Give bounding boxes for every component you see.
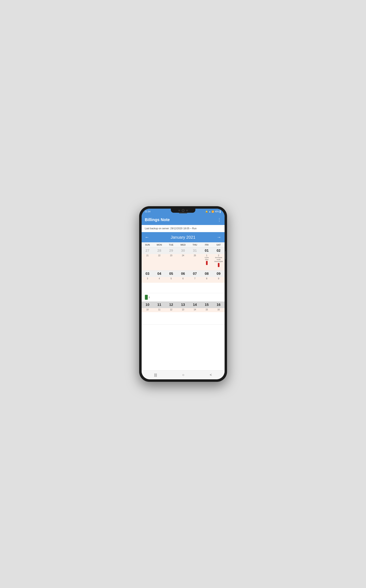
detail-cell: 15: [201, 308, 213, 312]
detail-cell-day2: 2 SensaçãoVisãoObservação: [213, 254, 225, 270]
detail-cell: 7: [189, 277, 201, 283]
date-cell[interactable]: 04: [153, 271, 165, 277]
side-button: [225, 251, 226, 259]
date-cell[interactable]: 28: [153, 247, 165, 254]
date-cell[interactable]: 29: [165, 247, 177, 254]
legend-row: I: [142, 293, 225, 301]
legend-green-block: [145, 295, 148, 300]
battery-text: 45%: [215, 211, 219, 213]
date-cell[interactable]: 31: [189, 247, 201, 254]
detail-cell: 24: [177, 254, 189, 270]
date-cell[interactable]: 06: [177, 271, 189, 277]
menu-icon[interactable]: ⋮: [217, 217, 221, 222]
day-wed: WED: [177, 242, 189, 247]
week-3-empty: [142, 312, 225, 324]
date-cell[interactable]: 10: [142, 301, 153, 308]
date-cell[interactable]: 30: [177, 247, 189, 254]
detail-cell: 10: [142, 308, 153, 312]
date-cell[interactable]: 11: [153, 301, 165, 308]
detail-cell: 25: [189, 254, 201, 270]
dot-right: [186, 210, 188, 211]
date-cell[interactable]: 03: [142, 271, 153, 277]
detail-cell: 6: [177, 277, 189, 283]
date-cell[interactable]: 01: [201, 247, 213, 254]
detail-cell: 16: [213, 308, 225, 312]
week-1-dates: 27 28 29 30 31 01 02: [142, 247, 225, 254]
camera: [182, 209, 184, 212]
detail-cell: 22: [153, 254, 165, 270]
next-month-button[interactable]: →: [217, 235, 221, 240]
week-2-dates: 03 04 05 06 07 08 09: [142, 271, 225, 277]
week-2-details: 3 4 5 6 7 8 9: [142, 277, 225, 283]
camera-area: [178, 209, 188, 212]
date-cell[interactable]: 16: [213, 301, 225, 308]
calendar-header: ← January 2021 →: [142, 232, 225, 242]
wifi-icon: ▲: [209, 211, 211, 213]
detail-cell: 5: [165, 277, 177, 283]
day-sat: SAT: [213, 242, 225, 247]
app-title: Billings Note: [145, 217, 170, 222]
week-row-3: 10 11 12 13 14 15 16 10 11 12 13 14: [142, 301, 225, 325]
status-time: 21:54: [145, 210, 151, 213]
date-cell[interactable]: 08: [201, 271, 213, 277]
date-cell[interactable]: 15: [201, 301, 213, 308]
recent-apps-button[interactable]: |||: [154, 373, 157, 377]
legend-label: I: [149, 296, 150, 299]
detail-cell: 4: [153, 277, 165, 283]
status-icons: 🔔 ▲ 📶 45% ▌: [205, 211, 221, 213]
prev-month-button[interactable]: ←: [145, 235, 149, 240]
alarm-icon: 🔔: [205, 211, 208, 213]
date-cell[interactable]: 05: [165, 271, 177, 277]
day-fri: FRI: [201, 242, 213, 247]
app-bar: Billings Note ⋮: [142, 214, 225, 225]
back-button[interactable]: <: [210, 373, 212, 377]
detail-cell: 12: [165, 308, 177, 312]
battery-icon: ▌: [220, 211, 221, 213]
detail-cell: 11: [153, 308, 165, 312]
day-thu: THU: [189, 242, 201, 247]
home-button[interactable]: ○: [182, 373, 184, 377]
backup-bar: Last backup on server: 29/12/2020 18:05 …: [142, 225, 225, 232]
week-3-dates: 10 11 12 13 14 15 16: [142, 301, 225, 308]
week-3-details: 10 11 12 13 14 15 16: [142, 308, 225, 312]
detail-cell: 13: [177, 308, 189, 312]
day-headers-row: SUN MON TUE WED THU FRI SAT: [142, 242, 225, 247]
day-sun: SUN: [142, 242, 153, 247]
calendar-container[interactable]: ← January 2021 → SUN MON TUE WED THU FRI…: [142, 232, 225, 370]
day-mon: MON: [153, 242, 165, 247]
bottom-nav: ||| ○ <: [142, 370, 225, 379]
date-cell[interactable]: 27: [142, 247, 153, 254]
week-row-2: 03 04 05 06 07 08 09 3 4 5 6 7 8: [142, 271, 225, 293]
phone-frame: 21:54 🔔 ▲ 📶 45% ▌ Billings Note ⋮ Last b…: [139, 206, 227, 382]
dot-left: [178, 210, 180, 211]
detail-cell: 9: [213, 277, 225, 283]
screen: 21:54 🔔 ▲ 📶 45% ▌ Billings Note ⋮ Last b…: [142, 209, 225, 379]
date-cell[interactable]: 09: [213, 271, 225, 277]
signal-icon: 📶: [212, 211, 214, 213]
backup-text: Last backup on server: 29/12/2020 18:05 …: [145, 227, 197, 230]
date-cell[interactable]: 12: [165, 301, 177, 308]
detail-cell-cycle-start: 1 CycleStart: [201, 254, 213, 270]
speaker: [179, 212, 187, 213]
detail-cell: 21: [142, 254, 153, 270]
detail-cell: 14: [189, 308, 201, 312]
date-cell[interactable]: 14: [189, 301, 201, 308]
week-2-empty: [142, 283, 225, 293]
detail-cell: 3: [142, 277, 153, 283]
week-1-details: 21 22 23 24 25 1 CycleStart 2 SensaçãoVi…: [142, 254, 225, 270]
detail-cell: 8: [201, 277, 213, 283]
month-year-label: January 2021: [171, 235, 195, 240]
day-tue: TUE: [165, 242, 177, 247]
calendar-body: 27 28 29 30 31 01 02 21 22 23 24 25: [142, 247, 225, 325]
date-cell[interactable]: 02: [213, 247, 225, 254]
week-row-1: 27 28 29 30 31 01 02 21 22 23 24 25: [142, 247, 225, 271]
date-cell[interactable]: 07: [189, 271, 201, 277]
date-cell[interactable]: 13: [177, 301, 189, 308]
detail-cell: 23: [165, 254, 177, 270]
